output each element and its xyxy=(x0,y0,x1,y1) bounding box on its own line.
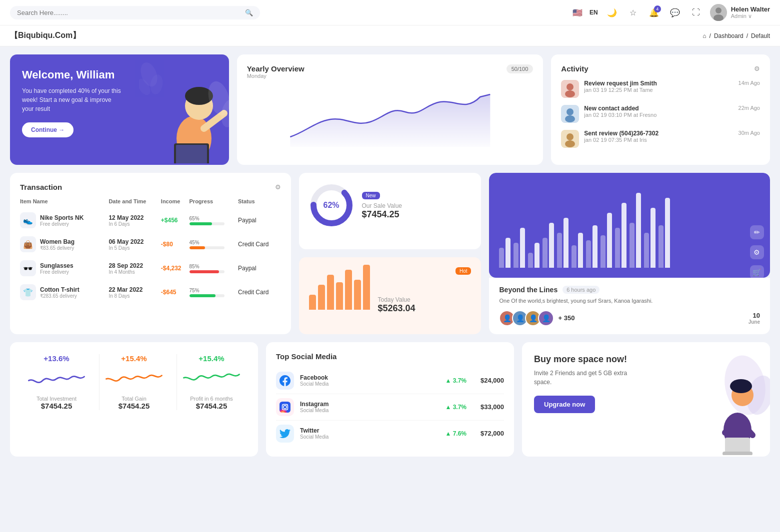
bar-white-4 xyxy=(564,218,568,268)
social-card: Top Social Media Facebook Social Media ▲… xyxy=(266,342,514,457)
chart-settings-icon[interactable]: ⚙ xyxy=(750,245,764,259)
overview-header: Yearly Overview Monday 50/100 xyxy=(247,64,534,85)
metrics-card: +13.6% Total Investment $7454.25 +15.4% … xyxy=(10,342,258,457)
table-row-2: 🕶️ Sunglasses Free delivery 28 Sep 2022 … xyxy=(20,256,281,280)
beyond-date-sub: June xyxy=(748,319,760,325)
beyond-title: Beyond the Lines xyxy=(499,286,558,294)
metric-pct-1: +15.4% xyxy=(121,354,146,363)
user-details: Helen Walter Admin ∨ xyxy=(731,5,770,19)
bell-icon[interactable]: 🔔 4 xyxy=(647,5,661,19)
theme-toggle[interactable]: 🌙 xyxy=(605,5,619,19)
beyond-date: 10 June xyxy=(748,312,760,325)
activity-name-0: Review request jim Smith xyxy=(584,80,733,87)
svg-rect-26 xyxy=(280,402,290,413)
home-icon[interactable]: ⌂ xyxy=(702,32,706,39)
upgrade-desc: Invite 2 Friends and get 5 GB extra spac… xyxy=(534,369,634,387)
col-item: Item Name xyxy=(20,198,108,208)
td-progress-0: 65% xyxy=(190,208,238,232)
today-tag: Hot xyxy=(456,267,472,275)
bar-white-2 xyxy=(534,243,540,268)
bar-white-8 xyxy=(622,203,626,268)
bar-white-11 xyxy=(665,198,670,268)
bar-light-11 xyxy=(658,225,664,268)
today-value-card: Hot Today Value $5263.04 xyxy=(299,257,482,334)
td-date-0: 12 May 2022 In 6 Days xyxy=(108,208,160,232)
svg-rect-36 xyxy=(722,452,752,455)
chart-bar-group-10 xyxy=(644,208,656,268)
brand: 【Biqubiqu.Com】 xyxy=(10,30,80,41)
item-sub-0: Free delivery xyxy=(40,221,84,227)
svg-point-17 xyxy=(565,90,575,97)
upgrade-button[interactable]: Upgrade now xyxy=(534,396,595,413)
search-input[interactable] xyxy=(17,9,241,16)
td-status-3: Credit Card xyxy=(238,280,281,304)
beyond-av-4: 👤 xyxy=(538,310,554,326)
metric-value-1: $7454.25 xyxy=(118,402,150,410)
wave-chart-0 xyxy=(22,367,91,392)
activity-title: Activity xyxy=(561,64,588,73)
fullscreen-icon[interactable]: ⛶ xyxy=(689,5,703,19)
overview-title: Yearly Overview xyxy=(247,64,304,73)
sale-info: New Our Sale Value $7454.25 xyxy=(362,191,402,220)
item-sub-3: ₹283.65 delivery xyxy=(40,293,80,299)
overview-badge: 50/100 xyxy=(506,64,534,73)
td-income-2: -$4,232 xyxy=(161,256,190,280)
activity-item-0: Review request jim Smith jan 03 19 12:25… xyxy=(561,80,760,98)
metric-pct-0: +13.6% xyxy=(44,354,69,363)
beyond-count: + 350 xyxy=(558,314,574,322)
user-info[interactable]: Helen Walter Admin ∨ xyxy=(710,4,770,21)
activity-item-2: Sent review (504)236-7302 jan 02 19 07:3… xyxy=(561,130,760,148)
search-bar[interactable]: 🔍 xyxy=(10,6,260,19)
search-icon: 🔍 xyxy=(245,9,253,16)
social-item-1: Instagram Social Media ▲ 3.7% $33,000 xyxy=(276,394,504,421)
metric-label-2: Profit in 6 months xyxy=(190,396,233,402)
svg-rect-10 xyxy=(176,145,207,163)
chart-actions: ✏ ⚙ 🛒 xyxy=(750,225,764,278)
beyond-card: Beyond the Lines 6 hours ago One Of the … xyxy=(489,278,770,334)
activity-settings-icon[interactable]: ⚙ xyxy=(754,65,760,72)
metric-item-1: +15.4% Total Gain $7454.25 xyxy=(100,354,177,410)
beyond-date-num: 10 xyxy=(748,312,760,319)
breadcrumb-default[interactable]: Default xyxy=(751,32,770,39)
social-sub-0: Social Media xyxy=(300,381,328,387)
bar-light-8 xyxy=(615,228,620,268)
today-bar-6 xyxy=(363,265,370,310)
activity-time-2: 30m Ago xyxy=(738,130,760,136)
td-item-0: 👟 Nike Sports NK Free delivery xyxy=(20,208,108,232)
sale-value-card: 62% New Our Sale Value $7454.25 xyxy=(299,173,482,249)
td-income-3: -$645 xyxy=(161,280,190,304)
transaction-title: Transaction xyxy=(20,183,62,191)
td-item-3: 👕 Cotton T-shirt ₹283.65 delivery xyxy=(20,280,108,304)
continue-button[interactable]: Continue → xyxy=(22,122,74,137)
activity-item-1: New contact added jan 02 19 03:10 PM at … xyxy=(561,105,760,123)
chart-edit-icon[interactable]: ✏ xyxy=(750,225,764,239)
activity-avatar-0 xyxy=(561,80,579,98)
transaction-header: Transaction ⚙ xyxy=(20,183,281,191)
activity-time-text-1: jan 02 19 03:10 PM at Fresno xyxy=(584,112,733,118)
td-status-0: Paypal xyxy=(238,208,281,232)
beyond-time: 6 hours ago xyxy=(562,286,600,294)
star-icon[interactable]: ☆ xyxy=(626,5,640,19)
activity-time-text-0: jan 03 19 12:25 PM at Tame xyxy=(584,87,733,93)
svg-rect-35 xyxy=(725,438,750,453)
social-item-0: Facebook Social Media ▲ 3.7% $24,000 xyxy=(276,368,504,394)
td-status-1: Credit Card xyxy=(238,232,281,256)
upgrade-title: Buy more space now! xyxy=(534,354,634,365)
chart-cart-icon[interactable]: 🛒 xyxy=(750,265,764,278)
item-name-3: Cotton T-shirt xyxy=(40,286,80,293)
td-date-1: 06 May 2022 In 5 Days xyxy=(108,232,160,256)
chart-bar-group-6 xyxy=(586,225,598,268)
bar-light-7 xyxy=(600,235,606,268)
bar-white-0 xyxy=(506,238,510,268)
lang-label: EN xyxy=(590,9,598,16)
beyond-header: Beyond the Lines 6 hours ago xyxy=(499,286,760,294)
activity-time-text-2: jan 02 19 07:35 PM at Iris xyxy=(584,137,733,143)
td-progress-1: 45% xyxy=(190,232,238,256)
chart-bar-group-3 xyxy=(542,223,554,268)
bar-light-1 xyxy=(514,243,518,268)
transaction-settings-icon[interactable]: ⚙ xyxy=(275,183,281,191)
breadcrumb-dashboard[interactable]: Dashboard xyxy=(714,32,744,39)
svg-point-29 xyxy=(287,404,288,405)
bar-light-3 xyxy=(542,238,548,268)
chat-icon[interactable]: 💬 xyxy=(668,5,682,19)
